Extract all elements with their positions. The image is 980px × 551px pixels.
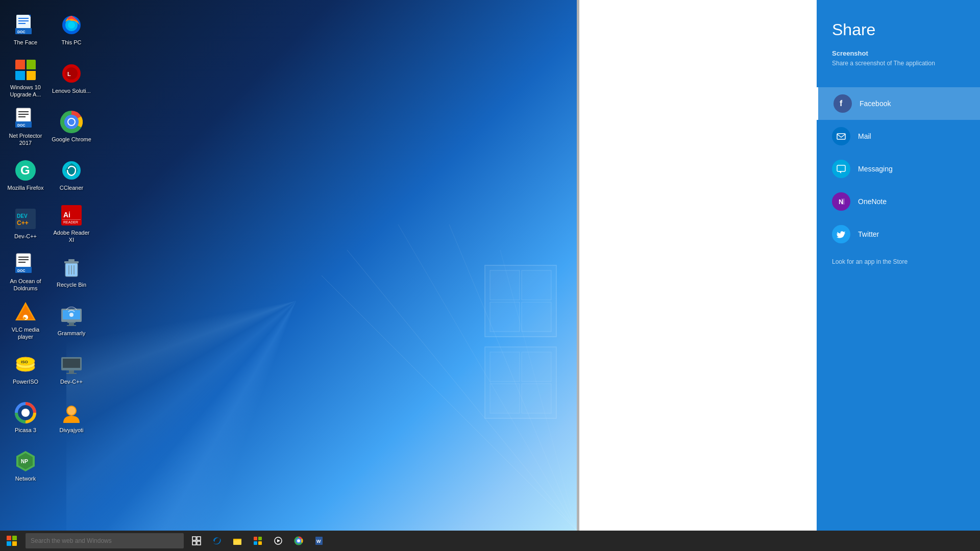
icons-area: DOC The Face Windows 10 Upgrade A...: [0, 0, 143, 531]
svg-point-78: [69, 313, 74, 317]
chrome-taskbar-button[interactable]: [288, 531, 309, 551]
svg-rect-12: [522, 352, 551, 382]
share-item-messaging[interactable]: Messaging: [817, 153, 980, 185]
icon-this-pc[interactable]: Dev-C++: [48, 344, 94, 393]
adobe-reader-icon: Ai READER: [59, 203, 84, 228]
icon-recycle-bin[interactable]: Recycle Bin: [48, 247, 94, 296]
grammarly-icon: G: [13, 158, 38, 183]
svg-text:NP: NP: [21, 459, 28, 464]
divyajyoti-label: Divyajyoti: [59, 427, 83, 434]
icon-an-ocean[interactable]: DOC An Ocean of Doldrums: [3, 247, 48, 296]
make-in-hostel-icon: DOC: [13, 106, 38, 131]
svg-rect-26: [18, 116, 26, 117]
svg-rect-65: [62, 219, 81, 220]
desktop: DOC The Face Windows 10 Upgrade A...: [0, 0, 577, 531]
icon-network[interactable]: Grammarly: [48, 296, 94, 344]
network-icon: [59, 304, 84, 328]
svg-rect-81: [69, 370, 74, 373]
svg-rect-35: [18, 257, 29, 258]
google-chrome-label: Google Chrome: [52, 136, 91, 143]
share-subtitle: Screenshot: [832, 49, 965, 57]
facebook-icon: f: [834, 94, 852, 113]
share-header: Share Screenshot Share a screenshot of T…: [817, 0, 980, 87]
edge-button[interactable]: [207, 531, 227, 551]
twitter-icon: [832, 225, 850, 243]
svg-rect-98: [254, 537, 257, 540]
store-button[interactable]: [248, 531, 268, 551]
start-button[interactable]: [0, 531, 23, 551]
svg-rect-9: [522, 302, 551, 332]
svg-rect-82: [66, 373, 77, 374]
svg-rect-37: [18, 262, 26, 263]
icon-lenovo[interactable]: L Lenovo Soluti...: [48, 54, 94, 102]
this-pc-icon: [59, 352, 84, 377]
poweriso-icon: ISO: [13, 352, 38, 377]
task-view-button[interactable]: [186, 531, 207, 551]
share-panel: Share Screenshot Share a screenshot of T…: [817, 0, 980, 531]
icon-dev-cpp[interactable]: DEV C++ Dev-C++: [3, 199, 48, 247]
svg-rect-97: [233, 539, 237, 540]
lenovo-label: Lenovo Soluti...: [52, 88, 91, 94]
svg-rect-77: [67, 325, 76, 326]
media-button[interactable]: [268, 531, 288, 551]
svg-rect-86: [837, 134, 845, 139]
svg-rect-95: [197, 541, 201, 545]
svg-rect-13: [490, 384, 520, 413]
share-item-facebook[interactable]: f Facebook: [817, 87, 980, 120]
svg-rect-6: [490, 270, 520, 300]
icon-grammarly[interactable]: G Mozilla Firefox: [3, 151, 48, 199]
svg-point-49: [21, 409, 30, 417]
windows10-upgrade-icon: [13, 58, 38, 82]
messaging-label: Messaging: [858, 165, 893, 173]
share-description: Share a screenshot of The application: [832, 60, 965, 67]
lenovo-icon: L: [59, 61, 84, 86]
svg-rect-69: [68, 259, 75, 261]
share-item-onenote[interactable]: N OneNote: [817, 185, 980, 218]
svg-text:L: L: [67, 71, 71, 77]
svg-rect-68: [64, 261, 79, 263]
svg-text:W: W: [316, 539, 321, 544]
panel-divider: [577, 0, 579, 531]
svg-point-84: [67, 407, 76, 415]
word-taskbar-icon: W: [314, 536, 324, 545]
an-ocean-label: An Ocean of Doldrums: [5, 278, 46, 291]
dev-cpp-label: Dev-C++: [14, 233, 37, 240]
icon-ccleaner[interactable]: CCleaner: [48, 151, 94, 199]
share-item-mail[interactable]: Mail: [817, 120, 980, 153]
icon-net-protector[interactable]: NP Network: [3, 441, 48, 490]
desktop-rays: [219, 173, 577, 531]
svg-text:DOC: DOC: [17, 30, 26, 34]
file-explorer-button[interactable]: [227, 531, 248, 551]
svg-rect-8: [490, 302, 520, 332]
svg-rect-11: [490, 352, 520, 382]
icon-mozilla-firefox[interactable]: This PC: [48, 5, 94, 54]
word-taskbar-button[interactable]: W: [309, 531, 329, 551]
svg-rect-87: [837, 165, 845, 171]
icon-make-in-hostel[interactable]: DOC Net Protector 2017: [3, 102, 48, 151]
adobe-reader-label: Adobe Reader XI: [51, 230, 92, 243]
grammarly-label: Mozilla Firefox: [8, 185, 44, 191]
share-store-text: Look for an app in the Store: [817, 251, 980, 273]
facebook-label: Facebook: [860, 99, 891, 108]
svg-text:C++: C++: [17, 219, 29, 227]
onenote-label: OneNote: [858, 197, 887, 206]
svg-rect-94: [192, 541, 196, 545]
search-input[interactable]: [26, 533, 184, 548]
icon-google-chrome[interactable]: Google Chrome: [48, 102, 94, 151]
task-view-icon: [192, 536, 201, 545]
icon-the-face[interactable]: DOC The Face: [3, 5, 48, 54]
svg-text:▶: ▶: [23, 316, 27, 320]
icon-windows10-upgrade[interactable]: Windows 10 Upgrade A...: [3, 54, 48, 102]
svg-rect-19: [18, 23, 26, 24]
share-item-twitter[interactable]: Twitter: [817, 218, 980, 251]
icon-adobe-reader[interactable]: Ai READER Adobe Reader XI: [48, 199, 94, 247]
net-protector-label: Network: [15, 475, 36, 482]
icon-picasa[interactable]: Picasa 3: [3, 393, 48, 441]
media-icon: [274, 536, 283, 545]
mozilla-firefox-label: This PC: [61, 39, 81, 46]
icon-vlc[interactable]: ▶ VLC media player: [3, 296, 48, 344]
store-icon: [253, 536, 262, 545]
icon-divyajyoti[interactable]: Divyajyoti: [48, 393, 94, 441]
poweriso-label: PowerISO: [13, 379, 38, 385]
icon-poweriso[interactable]: ISO PowerISO: [3, 344, 48, 393]
